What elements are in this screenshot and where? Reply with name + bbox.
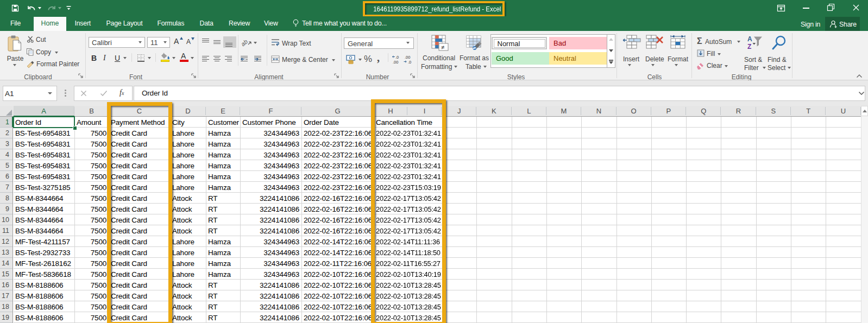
svg-text:.0: .0 [408, 60, 411, 65]
svg-text:A: A [747, 35, 752, 43]
svg-text:≠: ≠ [441, 44, 444, 50]
svg-text:Z: Z [747, 43, 751, 50]
svg-text:ab: ab [241, 38, 249, 47]
svg-text:.00: .00 [405, 55, 410, 60]
svg-text:.00: .00 [393, 60, 398, 65]
svg-text:.0: .0 [395, 55, 399, 60]
